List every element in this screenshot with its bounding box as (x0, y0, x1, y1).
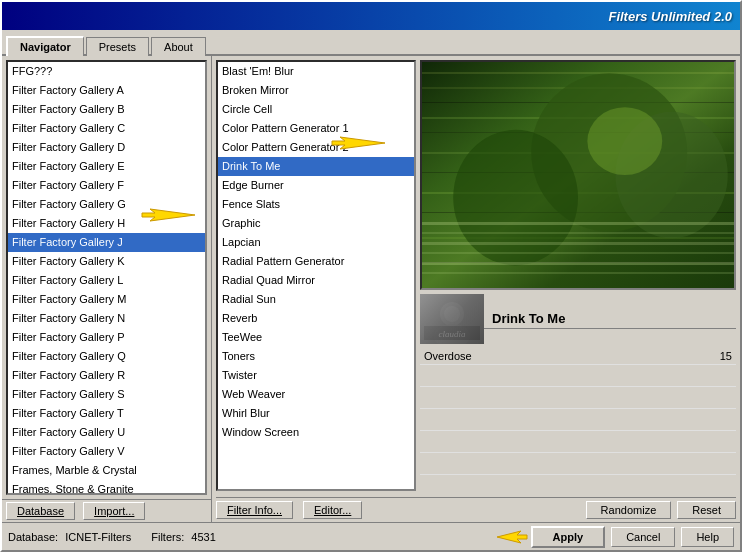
svg-rect-20 (422, 252, 734, 254)
svg-point-14 (453, 130, 578, 266)
svg-marker-29 (497, 531, 527, 543)
svg-rect-18 (422, 232, 734, 234)
overdose-row: Overdose 15 (420, 348, 736, 365)
apply-arrow-icon (493, 527, 529, 547)
svg-rect-21 (422, 262, 734, 265)
title-bar: Filters Unlimited 2.0 (2, 2, 740, 30)
right-list-item[interactable]: Circle Cell (218, 100, 414, 119)
empty-row-2 (420, 387, 736, 409)
filter-info-row: claudia Drink To Me (420, 294, 736, 344)
filter-name: Drink To Me (492, 311, 565, 326)
right-bottom-toolbar: Filter Info... Editor... Randomize Reset (216, 497, 736, 522)
svg-point-24 (440, 302, 464, 326)
left-list-item[interactable]: Filter Factory Gallery S (8, 385, 205, 404)
left-list-item[interactable]: Filter Factory Gallery K (8, 252, 205, 271)
filter-name-area: Drink To Me (484, 309, 736, 329)
empty-row-3 (420, 409, 736, 431)
preview-svg (422, 62, 734, 288)
preview-panel: claudia Drink To Me Overdose 15 (420, 60, 736, 495)
left-list-item[interactable]: Filter Factory Gallery L (8, 271, 205, 290)
main-window: Filters Unlimited 2.0 Navigator Presets … (0, 0, 742, 552)
randomize-button[interactable]: Randomize (586, 501, 672, 519)
right-list-item[interactable]: Blast 'Em! Blur (218, 62, 414, 81)
left-list-item[interactable]: Filter Factory Gallery T (8, 404, 205, 423)
left-list-item[interactable]: Filter Factory Gallery R (8, 366, 205, 385)
right-list-item[interactable]: Lapcian (218, 233, 414, 252)
empty-row-6 (420, 475, 736, 495)
tab-about[interactable]: About (151, 37, 206, 56)
svg-rect-27 (424, 326, 480, 340)
left-list-item[interactable]: Filter Factory Gallery M (8, 290, 205, 309)
overdose-label: Overdose (424, 350, 720, 362)
right-list-item[interactable]: Radial Sun (218, 290, 414, 309)
import-button[interactable]: Import... (83, 502, 145, 520)
right-list-item[interactable]: Whirl Blur (218, 404, 414, 423)
right-list-item[interactable]: Drink To Me (218, 157, 414, 176)
tab-navigator[interactable]: Navigator (6, 36, 84, 56)
sliders-area: Overdose 15 (420, 348, 736, 495)
left-list-item[interactable]: Filter Factory Gallery A (8, 81, 205, 100)
left-list-item[interactable]: Filter Factory Gallery D (8, 138, 205, 157)
left-list-item[interactable]: Filter Factory Gallery U (8, 423, 205, 442)
empty-row-5 (420, 453, 736, 475)
right-list-item[interactable]: Color Pattern Generator 1 (218, 119, 414, 138)
svg-rect-19 (422, 242, 734, 245)
right-list-item[interactable]: Window Screen (218, 423, 414, 442)
right-list-item[interactable]: Edge Burner (218, 176, 414, 195)
svg-rect-23 (420, 294, 484, 344)
overdose-value: 15 (720, 350, 732, 362)
left-list-scroll[interactable]: FFG???Filter Factory Gallery AFilter Fac… (8, 62, 205, 493)
right-list-item[interactable]: Fence Slats (218, 195, 414, 214)
right-panel: Blast 'Em! BlurBroken MirrorCircle CellC… (212, 56, 740, 522)
left-list-container: FFG???Filter Factory Gallery AFilter Fac… (6, 60, 207, 495)
help-button[interactable]: Help (681, 527, 734, 547)
preview-area (420, 60, 736, 290)
right-list-item[interactable]: Reverb (218, 309, 414, 328)
apply-container: Apply (493, 526, 606, 548)
empty-row-1 (420, 365, 736, 387)
thumbnail-svg: claudia (420, 294, 484, 344)
right-list-item[interactable]: Radial Pattern Generator (218, 252, 414, 271)
left-list-item[interactable]: Filter Factory Gallery H (8, 214, 205, 233)
cancel-button[interactable]: Cancel (611, 527, 675, 547)
preview-image (422, 62, 734, 288)
right-list-item[interactable]: Twister (218, 366, 414, 385)
left-bottom-toolbar: Database Import... (2, 499, 211, 522)
title-text: Filters Unlimited 2.0 (608, 9, 732, 24)
status-bar: Database: ICNET-Filters Filters: 4531 Ap… (2, 522, 740, 550)
svg-rect-22 (422, 272, 734, 274)
reset-button[interactable]: Reset (677, 501, 736, 519)
right-list-item[interactable]: Radial Quad Mirror (218, 271, 414, 290)
left-list-item[interactable]: Filter Factory Gallery V (8, 442, 205, 461)
tab-presets[interactable]: Presets (86, 37, 149, 56)
left-list-item[interactable]: Filter Factory Gallery E (8, 157, 205, 176)
editor-button[interactable]: Editor... (303, 501, 362, 519)
left-panel: FFG???Filter Factory Gallery AFilter Fac… (2, 56, 212, 522)
apply-button[interactable]: Apply (531, 526, 606, 548)
right-list-item[interactable]: Graphic (218, 214, 414, 233)
right-list-item[interactable]: Broken Mirror (218, 81, 414, 100)
left-list-item[interactable]: Filter Factory Gallery G (8, 195, 205, 214)
right-list-item[interactable]: Web Weaver (218, 385, 414, 404)
filter-info-button[interactable]: Filter Info... (216, 501, 293, 519)
left-list-item[interactable]: Filter Factory Gallery N (8, 309, 205, 328)
right-list-item[interactable]: Toners (218, 347, 414, 366)
left-list-item[interactable]: FFG??? (8, 62, 205, 81)
left-list-item[interactable]: Filter Factory Gallery B (8, 100, 205, 119)
filters-status: Filters: 4531 (151, 531, 216, 543)
svg-point-25 (434, 324, 470, 344)
left-list-item[interactable]: Filter Factory Gallery J (8, 233, 205, 252)
left-list-item[interactable]: Filter Factory Gallery P (8, 328, 205, 347)
filter-list-panel: Blast 'Em! BlurBroken MirrorCircle CellC… (216, 60, 416, 495)
right-list-item[interactable]: Color Pattern Generator 2 (218, 138, 414, 157)
right-list-item[interactable]: TeeWee (218, 328, 414, 347)
left-list-item[interactable]: Frames, Stone & Granite (8, 480, 205, 493)
database-button[interactable]: Database (6, 502, 75, 520)
thumbnail: claudia (420, 294, 484, 344)
left-list-item[interactable]: Frames, Marble & Crystal (8, 461, 205, 480)
left-list-item[interactable]: Filter Factory Gallery Q (8, 347, 205, 366)
right-list[interactable]: Blast 'Em! BlurBroken MirrorCircle CellC… (216, 60, 416, 491)
left-list-item[interactable]: Filter Factory Gallery F (8, 176, 205, 195)
empty-row-4 (420, 431, 736, 453)
left-list-item[interactable]: Filter Factory Gallery C (8, 119, 205, 138)
